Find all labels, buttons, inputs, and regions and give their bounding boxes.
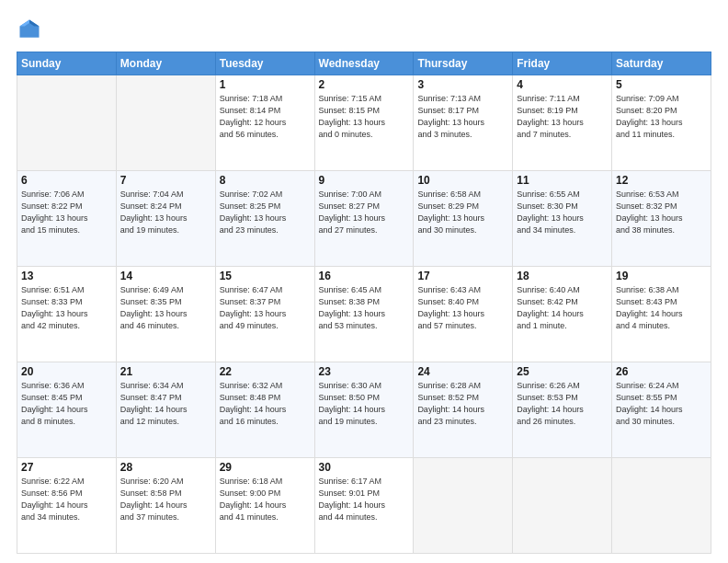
- day-number: 4: [517, 78, 608, 91]
- calendar-day-cell: 9Sunrise: 7:00 AM Sunset: 8:27 PM Daylig…: [314, 171, 414, 267]
- calendar-day-cell: 16Sunrise: 6:45 AM Sunset: 8:38 PM Dayli…: [314, 267, 414, 362]
- calendar-day-cell: 14Sunrise: 6:49 AM Sunset: 8:35 PM Dayli…: [116, 267, 215, 362]
- weekday-header: Tuesday: [215, 52, 314, 75]
- day-info: Sunrise: 6:30 AM Sunset: 8:50 PM Dayligh…: [319, 380, 410, 428]
- day-info: Sunrise: 7:04 AM Sunset: 8:24 PM Dayligh…: [120, 189, 211, 236]
- day-number: 15: [220, 270, 311, 282]
- day-number: 2: [319, 78, 410, 91]
- calendar-day-cell: 26Sunrise: 6:24 AM Sunset: 8:55 PM Dayli…: [612, 362, 711, 458]
- day-info: Sunrise: 6:51 AM Sunset: 8:33 PM Dayligh…: [21, 284, 112, 332]
- day-info: Sunrise: 6:17 AM Sunset: 9:01 PM Dayligh…: [319, 476, 410, 523]
- calendar-day-cell: 7Sunrise: 7:04 AM Sunset: 8:24 PM Daylig…: [116, 171, 215, 267]
- calendar-week-row: 20Sunrise: 6:36 AM Sunset: 8:45 PM Dayli…: [17, 362, 711, 458]
- weekday-header: Friday: [513, 52, 612, 75]
- day-info: Sunrise: 6:47 AM Sunset: 8:37 PM Dayligh…: [220, 284, 311, 332]
- day-info: Sunrise: 6:28 AM Sunset: 8:52 PM Dayligh…: [417, 380, 508, 428]
- day-info: Sunrise: 7:18 AM Sunset: 8:14 PM Dayligh…: [220, 93, 311, 141]
- day-number: 13: [21, 270, 112, 282]
- calendar-day-cell: 18Sunrise: 6:40 AM Sunset: 8:42 PM Dayli…: [513, 267, 612, 362]
- day-number: 1: [220, 78, 311, 91]
- calendar-table: SundayMondayTuesdayWednesdayThursdayFrid…: [17, 52, 711, 554]
- calendar-day-cell: 12Sunrise: 6:53 AM Sunset: 8:32 PM Dayli…: [612, 171, 711, 267]
- day-info: Sunrise: 6:43 AM Sunset: 8:40 PM Dayligh…: [417, 284, 508, 332]
- page: SundayMondayTuesdayWednesdayThursdayFrid…: [0, 0, 728, 563]
- day-number: 26: [616, 365, 707, 378]
- day-number: 7: [120, 174, 211, 187]
- calendar-week-row: 1Sunrise: 7:18 AM Sunset: 8:14 PM Daylig…: [17, 75, 711, 171]
- day-number: 10: [417, 174, 508, 187]
- calendar-day-cell: 11Sunrise: 6:55 AM Sunset: 8:30 PM Dayli…: [513, 171, 612, 267]
- calendar-header-row: SundayMondayTuesdayWednesdayThursdayFrid…: [17, 52, 711, 75]
- day-info: Sunrise: 7:13 AM Sunset: 8:17 PM Dayligh…: [417, 93, 508, 141]
- calendar-week-row: 13Sunrise: 6:51 AM Sunset: 8:33 PM Dayli…: [17, 267, 711, 362]
- day-info: Sunrise: 6:55 AM Sunset: 8:30 PM Dayligh…: [517, 189, 608, 236]
- weekday-header: Sunday: [17, 52, 117, 75]
- day-info: Sunrise: 6:22 AM Sunset: 8:56 PM Dayligh…: [21, 476, 112, 523]
- day-number: 8: [220, 174, 311, 187]
- day-number: 29: [220, 461, 311, 474]
- calendar-day-cell: [612, 458, 711, 554]
- calendar-week-row: 27Sunrise: 6:22 AM Sunset: 8:56 PM Dayli…: [17, 458, 711, 554]
- day-info: Sunrise: 6:40 AM Sunset: 8:42 PM Dayligh…: [517, 284, 608, 332]
- day-number: 16: [319, 270, 410, 282]
- day-info: Sunrise: 6:34 AM Sunset: 8:47 PM Dayligh…: [120, 380, 211, 428]
- day-info: Sunrise: 6:38 AM Sunset: 8:43 PM Dayligh…: [616, 284, 707, 332]
- logo: [17, 17, 46, 42]
- day-info: Sunrise: 6:58 AM Sunset: 8:29 PM Dayligh…: [417, 189, 508, 236]
- day-info: Sunrise: 6:32 AM Sunset: 8:48 PM Dayligh…: [220, 380, 311, 428]
- calendar-day-cell: 4Sunrise: 7:11 AM Sunset: 8:19 PM Daylig…: [513, 75, 612, 171]
- day-info: Sunrise: 7:02 AM Sunset: 8:25 PM Dayligh…: [220, 189, 311, 236]
- calendar-day-cell: 13Sunrise: 6:51 AM Sunset: 8:33 PM Dayli…: [17, 267, 117, 362]
- day-info: Sunrise: 6:18 AM Sunset: 9:00 PM Dayligh…: [220, 476, 311, 523]
- weekday-header: Saturday: [612, 52, 711, 75]
- day-number: 24: [417, 365, 508, 378]
- day-info: Sunrise: 6:36 AM Sunset: 8:45 PM Dayligh…: [21, 380, 112, 428]
- day-number: 20: [21, 365, 112, 378]
- day-number: 6: [21, 174, 112, 187]
- calendar-day-cell: 24Sunrise: 6:28 AM Sunset: 8:52 PM Dayli…: [414, 362, 513, 458]
- day-number: 11: [517, 174, 608, 187]
- day-number: 28: [120, 461, 211, 474]
- day-info: Sunrise: 7:11 AM Sunset: 8:19 PM Dayligh…: [517, 93, 608, 141]
- calendar-day-cell: 15Sunrise: 6:47 AM Sunset: 8:37 PM Dayli…: [215, 267, 314, 362]
- day-number: 17: [417, 270, 508, 282]
- calendar-day-cell: 22Sunrise: 6:32 AM Sunset: 8:48 PM Dayli…: [215, 362, 314, 458]
- day-info: Sunrise: 6:49 AM Sunset: 8:35 PM Dayligh…: [120, 284, 211, 332]
- day-number: 25: [517, 365, 608, 378]
- calendar-week-row: 6Sunrise: 7:06 AM Sunset: 8:22 PM Daylig…: [17, 171, 711, 267]
- calendar-day-cell: 21Sunrise: 6:34 AM Sunset: 8:47 PM Dayli…: [116, 362, 215, 458]
- calendar-day-cell: 17Sunrise: 6:43 AM Sunset: 8:40 PM Dayli…: [414, 267, 513, 362]
- day-number: 9: [319, 174, 410, 187]
- day-number: 22: [220, 365, 311, 378]
- day-info: Sunrise: 7:00 AM Sunset: 8:27 PM Dayligh…: [319, 189, 410, 236]
- day-info: Sunrise: 6:20 AM Sunset: 8:58 PM Dayligh…: [120, 476, 211, 523]
- calendar-day-cell: 6Sunrise: 7:06 AM Sunset: 8:22 PM Daylig…: [17, 171, 117, 267]
- calendar-day-cell: 30Sunrise: 6:17 AM Sunset: 9:01 PM Dayli…: [314, 458, 414, 554]
- calendar-day-cell: [116, 75, 215, 171]
- calendar-day-cell: [17, 75, 117, 171]
- day-number: 19: [616, 270, 707, 282]
- day-number: 5: [616, 78, 707, 91]
- day-number: 30: [319, 461, 410, 474]
- calendar-day-cell: 19Sunrise: 6:38 AM Sunset: 8:43 PM Dayli…: [612, 267, 711, 362]
- calendar-day-cell: 23Sunrise: 6:30 AM Sunset: 8:50 PM Dayli…: [314, 362, 414, 458]
- calendar-day-cell: 3Sunrise: 7:13 AM Sunset: 8:17 PM Daylig…: [414, 75, 513, 171]
- day-number: 27: [21, 461, 112, 474]
- calendar-day-cell: 10Sunrise: 6:58 AM Sunset: 8:29 PM Dayli…: [414, 171, 513, 267]
- calendar-day-cell: 5Sunrise: 7:09 AM Sunset: 8:20 PM Daylig…: [612, 75, 711, 171]
- calendar-day-cell: 20Sunrise: 6:36 AM Sunset: 8:45 PM Dayli…: [17, 362, 117, 458]
- day-number: 23: [319, 365, 410, 378]
- day-info: Sunrise: 7:06 AM Sunset: 8:22 PM Dayligh…: [21, 189, 112, 236]
- weekday-header: Thursday: [414, 52, 513, 75]
- day-info: Sunrise: 6:53 AM Sunset: 8:32 PM Dayligh…: [616, 189, 707, 236]
- weekday-header: Wednesday: [314, 52, 414, 75]
- calendar-day-cell: 1Sunrise: 7:18 AM Sunset: 8:14 PM Daylig…: [215, 75, 314, 171]
- weekday-header: Monday: [116, 52, 215, 75]
- day-info: Sunrise: 6:26 AM Sunset: 8:53 PM Dayligh…: [517, 380, 608, 428]
- calendar-day-cell: 2Sunrise: 7:15 AM Sunset: 8:15 PM Daylig…: [314, 75, 414, 171]
- calendar-day-cell: 8Sunrise: 7:02 AM Sunset: 8:25 PM Daylig…: [215, 171, 314, 267]
- day-info: Sunrise: 6:24 AM Sunset: 8:55 PM Dayligh…: [616, 380, 707, 428]
- day-number: 3: [417, 78, 508, 91]
- calendar-day-cell: 27Sunrise: 6:22 AM Sunset: 8:56 PM Dayli…: [17, 458, 117, 554]
- day-number: 12: [616, 174, 707, 187]
